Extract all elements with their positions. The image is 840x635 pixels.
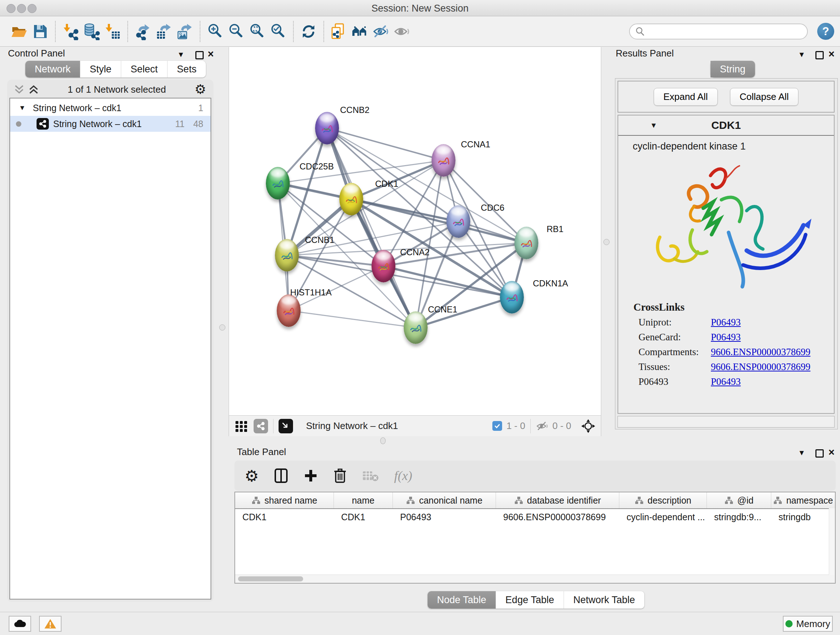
zoom-out-button[interactable] [226,19,247,43]
network-collection-row[interactable]: ▼ String Network – cdk1 1 [10,100,210,116]
results-panel-float-icon[interactable] [815,51,824,59]
selected-checkbox-icon[interactable] [493,421,502,431]
network-node-ccnb2[interactable] [315,112,339,144]
network-node-ccne1[interactable] [404,311,428,344]
column-header-at-id[interactable]: @id [707,492,771,508]
network-node-cdc6[interactable] [447,205,470,238]
table-row[interactable]: CDK1 CDK1 P06493 9606.ENSP00000378699 cy… [235,509,835,525]
zoom-fit-content-button[interactable] [247,19,268,43]
cell-description: cyclin-dependent ... [619,512,707,523]
tab-network-table[interactable]: Network Table [564,591,645,608]
table-panel-close-icon[interactable]: × [829,448,835,456]
results-panel-collapse-icon[interactable]: ▾ [799,49,804,59]
network-edge[interactable] [327,128,416,328]
tab-style[interactable]: Style [80,61,121,78]
column-header-shared-name[interactable]: shared name [235,492,334,508]
table-horizontal-scrollbar[interactable] [235,575,835,583]
show-all-button[interactable] [392,19,412,43]
tab-network[interactable]: Network [25,61,80,78]
zoom-selected-button[interactable] [268,19,289,43]
results-panel-close-icon[interactable]: × [829,50,835,57]
column-header-namespace[interactable]: namespace [771,492,835,508]
export-image-button[interactable] [174,19,195,43]
export-network-button[interactable] [133,19,153,43]
network-node-rb1[interactable] [515,226,538,259]
fit-selected-crosshair-icon[interactable] [581,418,596,434]
column-header-canonical-name[interactable]: canonical name [393,492,496,508]
import-network-from-database-button[interactable] [81,19,102,43]
import-table-from-file-button[interactable] [102,19,123,43]
expand-all-networks-icon[interactable] [28,84,39,95]
horizontal-splitter-handle[interactable] [380,437,386,444]
column-header-database-identifier[interactable]: database identifier [496,492,619,508]
network-node-ccna1[interactable] [431,144,455,177]
right-splitter-handle[interactable] [603,239,609,245]
open-session-button[interactable] [9,19,30,43]
search-input[interactable] [645,26,798,37]
network-node-cdk1[interactable] [339,183,363,215]
hide-selected-button[interactable] [370,19,392,43]
add-column-plus-icon[interactable] [303,469,318,483]
first-neighbors-button[interactable] [349,19,370,43]
birds-eye-view-icon[interactable] [279,419,293,433]
left-splitter-handle[interactable] [219,325,225,331]
control-panel-float-icon[interactable] [195,51,204,59]
control-panel-close-icon[interactable]: × [208,50,214,57]
table-settings-gear-icon[interactable]: ⚙ [245,467,259,485]
help-button[interactable]: ? [817,23,834,40]
tree-expander-icon[interactable]: ▼ [19,104,26,112]
cloud-status-button[interactable] [9,616,31,632]
zoom-in-button[interactable] [205,19,226,43]
section-collapse-arrow-icon[interactable]: ▼ [650,121,657,130]
network-node-cdc25b[interactable] [266,167,290,200]
collapse-all-networks-icon[interactable] [14,84,25,95]
grid-view-icon[interactable] [234,419,248,433]
crosslink-uniprot-link[interactable]: P06493 [711,317,741,328]
new-network-from-selection-button[interactable] [328,19,349,43]
delete-column-trash-icon[interactable] [333,468,347,484]
tab-string[interactable]: String [711,61,755,78]
show-columns-icon[interactable] [274,468,288,484]
tab-edge-table[interactable]: Edge Table [496,591,564,608]
table-panel-float-icon[interactable] [815,449,824,458]
table-vertical-scrollbar[interactable] [829,508,835,575]
toolbar-search-field[interactable] [629,24,808,40]
import-network-from-file-button[interactable] [60,19,81,43]
network-panel-gear-icon[interactable]: ⚙ [195,82,206,97]
crosslink-compartments-link[interactable]: 9606.ENSP00000378699 [711,347,810,358]
share-view-icon[interactable] [254,419,268,433]
crosslink-tissues-link[interactable]: 9606.ENSP00000378699 [711,361,810,372]
warnings-button[interactable] [39,616,62,632]
scrollbar-thumb[interactable] [238,576,303,581]
network-node-ccnb1[interactable] [275,239,299,272]
network-node-ccna2[interactable] [371,250,395,282]
expand-all-button[interactable]: Expand All [654,88,718,106]
crosslink-label: Compartments: [638,347,711,358]
network-node-hist1h1a[interactable] [277,295,301,327]
column-header-description[interactable]: description [619,492,707,508]
node-label-cdc25b: CDC25B [300,162,334,172]
protein-structure-thumbnail [450,215,466,231]
network-view-toolbar: String Network – cdk1 1 - 0 0 - 0 [229,415,601,436]
results-scrollbar-strip[interactable] [617,416,835,428]
save-session-button[interactable] [30,19,51,43]
crosslink-pharos-link[interactable]: P06493 [711,376,741,387]
network-row-selected[interactable]: String Network – cdk1 11 48 [10,116,210,132]
protein-section-header[interactable]: ▼ CDK1 [618,116,834,136]
export-table-button[interactable] [153,19,174,43]
memory-button[interactable]: Memory [783,616,833,632]
refresh-view-button[interactable] [298,19,319,43]
crosslink-genecard-link[interactable]: P06493 [711,332,741,343]
control-panel-collapse-icon[interactable]: ▾ [179,49,183,59]
warning-triangle-icon [44,618,57,629]
network-edge[interactable] [289,310,416,328]
crosslink-label: Tissues: [638,361,711,372]
collapse-all-button[interactable]: Collapse All [730,88,799,106]
tab-select[interactable]: Select [121,61,167,78]
network-node-cdkn1a[interactable] [500,281,524,314]
table-panel-collapse-icon[interactable]: ▾ [799,448,804,458]
tab-sets[interactable]: Sets [167,61,206,78]
tab-node-table[interactable]: Node Table [428,591,496,608]
column-header-name[interactable]: name [334,492,393,508]
network-canvas[interactable]: CCNB2CCNA1CDC25BCDK1CDC6RB1CCNB1CCNA2CDK… [229,47,601,415]
